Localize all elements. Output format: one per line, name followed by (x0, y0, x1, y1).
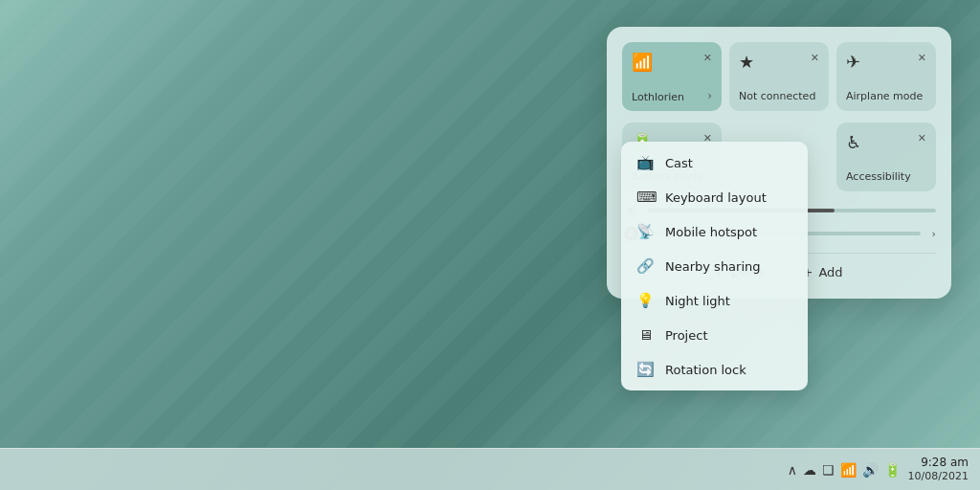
qs-tile-accessibility[interactable]: ♿ ✕ Accessibility (836, 122, 936, 191)
taskbar-volume-icon[interactable]: 🔊 (862, 462, 879, 478)
bluetooth-icon: ★ (739, 52, 754, 72)
dropdown-item-keyboard-layout[interactable]: ⌨ Keyboard layout (621, 180, 808, 214)
accessibility-label: Accessibility (846, 170, 911, 183)
rotation-lock-label: Rotation lock (665, 363, 746, 377)
scroll-right-icon: › (932, 228, 936, 240)
bluetooth-label: Not connected (739, 90, 815, 102)
wifi-icon: 📶 (632, 52, 653, 72)
taskbar-display-icon[interactable]: ❏ (822, 462, 835, 478)
night-light-label: Night light (665, 294, 730, 308)
qs-tile-bluetooth[interactable]: ★ ✕ Not connected (729, 42, 829, 111)
taskbar-cloud-icon[interactable]: ☁ (803, 462, 816, 478)
airplane-label: Airplane mode (846, 90, 923, 102)
rotation-lock-icon: 🔄 (636, 361, 654, 378)
dropdown-menu: 📺 Cast ⌨ Keyboard layout 📡 Mobile hotspo… (621, 142, 808, 390)
taskbar-wifi-icon[interactable]: 📶 (840, 462, 857, 478)
dropdown-item-nearby-sharing[interactable]: 🔗 Nearby sharing (621, 249, 808, 283)
wifi-pin-icon[interactable]: ✕ (703, 52, 712, 64)
taskbar-time: 9:28 am (908, 456, 969, 471)
cast-icon: 📺 (636, 154, 654, 171)
night-light-icon: 💡 (636, 292, 654, 309)
dropdown-item-project[interactable]: 🖥 Project (621, 318, 808, 352)
cast-label: Cast (665, 156, 693, 170)
add-label: Add (818, 265, 842, 279)
taskbar-chevron-icon[interactable]: ∧ (788, 462, 797, 478)
keyboard-layout-label: Keyboard layout (665, 190, 767, 205)
taskbar-clock[interactable]: 9:28 am 10/08/2021 (908, 456, 969, 484)
project-icon: 🖥 (636, 326, 654, 344)
accessibility-icon: ♿ (846, 132, 861, 152)
bluetooth-pin-icon[interactable]: ✕ (811, 52, 819, 64)
airplane-icon: ✈ (846, 52, 860, 72)
accessibility-pin-icon[interactable]: ✕ (918, 132, 926, 145)
taskbar-date: 10/08/2021 (908, 470, 969, 483)
dropdown-item-mobile-hotspot[interactable]: 📡 Mobile hotspot (621, 214, 808, 249)
mobile-hotspot-icon: 📡 (636, 223, 654, 240)
nearby-sharing-label: Nearby sharing (665, 259, 761, 274)
quick-settings-grid-row1: 📶 ✕ Lothlorien › ★ ✕ Not connected ✈ ✕ (622, 42, 936, 111)
taskbar-battery-icon[interactable]: 🔋 (884, 462, 901, 478)
taskbar-system-icons: ∧ ☁ ❏ 📶 🔊 🔋 (788, 462, 901, 478)
keyboard-layout-icon: ⌨ (636, 189, 654, 206)
wifi-chevron-icon: › (707, 89, 712, 102)
dropdown-item-cast[interactable]: 📺 Cast (621, 145, 808, 180)
qs-tile-airplane[interactable]: ✈ ✕ Airplane mode (836, 42, 936, 111)
wifi-label: Lothlorien (632, 91, 684, 103)
taskbar: ∧ ☁ ❏ 📶 🔊 🔋 9:28 am 10/08/2021 (0, 448, 980, 490)
qs-tile-wifi[interactable]: 📶 ✕ Lothlorien › (622, 42, 722, 111)
dropdown-item-rotation-lock[interactable]: 🔄 Rotation lock (621, 352, 808, 387)
dropdown-item-night-light[interactable]: 💡 Night light (621, 283, 808, 318)
mobile-hotspot-label: Mobile hotspot (665, 225, 757, 239)
project-label: Project (665, 328, 707, 343)
airplane-pin-icon[interactable]: ✕ (918, 52, 926, 64)
nearby-sharing-icon: 🔗 (636, 257, 654, 275)
